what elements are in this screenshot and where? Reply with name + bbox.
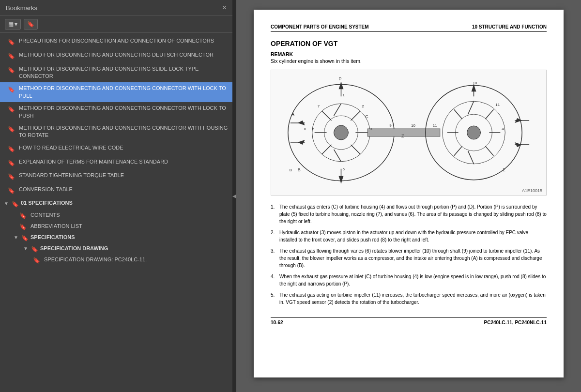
bookmark-icon: 🔖 (8, 159, 15, 167)
svg-text:8: 8 (304, 127, 306, 131)
bookmarks-title: Bookmarks (6, 4, 37, 12)
pdf-remark-text: Six cylinder engine is shown in this ite… (271, 58, 547, 64)
svg-text:B: B (298, 167, 301, 172)
list-item-3: 3. The exhaust gas flowing through vanes… (271, 247, 547, 269)
svg-text:3: 3 (370, 127, 372, 131)
bookmarks-panel: Bookmarks × ▦ ▾ 🔖 🔖 PRECAUTIONS FOR DISC… (0, 0, 232, 392)
svg-text:C: C (365, 114, 368, 119)
diagram-caption: A1E10015 (522, 188, 542, 193)
svg-text:11: 11 (495, 103, 500, 107)
engine-vgt-diagram: A B C Z Z P 1 2 3 5 6 7 8 B 10 11 4 (271, 75, 546, 191)
bookmark-item-precautions[interactable]: 🔖 PRECAUTIONS FOR DISCONNECTION AND CONN… (0, 35, 232, 49)
list-item-5: 5. The exhaust gas acting on turbine imp… (271, 291, 547, 306)
list-item-1: 1. The exhaust gas enters (C) of turbine… (271, 203, 547, 225)
bookmarks-list[interactable]: 🔖 PRECAUTIONS FOR DISCONNECTION AND CONN… (0, 33, 232, 392)
svg-line-21 (468, 151, 474, 164)
bookmark-icon: 🔖 (8, 66, 15, 75)
subsubsection-specification-drawing[interactable]: ▼ 🔖 SPECIFICATION DRAWING (0, 243, 232, 255)
svg-point-16 (467, 126, 481, 139)
pdf-remark-label: REMARK (271, 51, 547, 57)
bookmark-icon: 🔖 (21, 235, 29, 241)
pdf-page-footer: 10-62 PC240LC-11, PC240NLC-11 (271, 317, 547, 325)
svg-text:4: 4 (502, 127, 504, 131)
list-item-4: 4. When the exhaust gas pressure at inle… (271, 273, 547, 287)
bookmark-item-housing-rotate[interactable]: 🔖 METHOD FOR DISCONNECTING AND CONNECTIN… (0, 122, 232, 142)
grid-icon: ▦ (8, 21, 14, 28)
svg-text:1: 1 (342, 93, 345, 97)
svg-text:10: 10 (473, 81, 477, 85)
bookmark-label: ABBREVIATION LIST (31, 223, 229, 229)
svg-line-9 (322, 145, 332, 154)
svg-text:9: 9 (389, 123, 392, 128)
bookmark-item-slide-lock[interactable]: 🔖 METHOD FOR DISCONNECTING AND CONNECTIN… (0, 63, 232, 83)
svg-text:2: 2 (362, 104, 364, 108)
bookmark-icon: 🔖 (8, 173, 15, 181)
svg-text:B: B (290, 168, 292, 172)
bookmark-label: HOW TO READ ELECTRICAL WIRE CODE (19, 144, 229, 151)
new-bookmark-button[interactable]: 🔖 (24, 19, 38, 30)
list-item-2: 2. Hydraulic actuator (3) moves piston i… (271, 229, 547, 243)
bookmark-add-icon: 🔖 (27, 21, 34, 28)
bookmark-label: CONTENTS (31, 212, 229, 218)
bookmarks-header-left: Bookmarks (6, 4, 37, 12)
bookmark-item-lock-push[interactable]: 🔖 METHOD FOR DISCONNECTING AND CONNECTIN… (0, 102, 232, 122)
svg-line-5 (351, 111, 360, 121)
close-button[interactable]: × (222, 4, 227, 12)
pdf-section-title: OPERATION OF VGT (271, 40, 547, 47)
bookmark-item-lock-pull[interactable]: 🔖 METHOD FOR DISCONNECTING AND CONNECTIN… (0, 82, 232, 102)
bookmark-icon: 🔖 (19, 212, 27, 219)
svg-point-3 (334, 125, 349, 140)
pdf-footer-model-number: PC240LC-11, PC240NLC-11 (484, 320, 547, 325)
bookmark-item-wire-code[interactable]: 🔖 HOW TO READ ELECTRICAL WIRE CODE (0, 142, 232, 156)
svg-line-20 (485, 146, 493, 156)
pdf-panel: COMPONENT PARTS OF ENGINE SYSTEM 10 STRU… (236, 0, 581, 392)
bookmark-item-explanation[interactable]: 🔖 EXPLANATION OF TERMS FOR MAINTENANCE S… (0, 156, 232, 170)
view-options-button[interactable]: ▦ ▾ (5, 19, 21, 30)
bookmark-item-abbreviation[interactable]: 🔖 ABBREVIATION LIST (0, 221, 232, 232)
pdf-diagram-box: A B C Z Z P 1 2 3 5 6 7 8 B 10 11 4 (271, 70, 547, 196)
bookmark-icon: 🔖 (8, 125, 15, 134)
svg-text:11: 11 (433, 123, 437, 128)
svg-line-24 (454, 109, 462, 119)
pdf-page-header: COMPONENT PARTS OF ENGINE SYSTEM 10 STRU… (271, 24, 547, 32)
svg-line-7 (351, 145, 360, 154)
bookmark-icon: 🔖 (8, 145, 15, 153)
subsubsection-label: SPECIFICATION DRAWING (40, 245, 229, 251)
bookmark-icon: 🔖 (19, 224, 27, 230)
bookmarks-header: Bookmarks × (0, 0, 232, 16)
bookmark-icon: 🔖 (31, 246, 38, 253)
pdf-footer-page-number: 10-62 (271, 320, 283, 325)
bookmark-item-conversion[interactable]: 🔖 CONVERSION TABLE (0, 183, 232, 197)
bookmark-item-spec-drawing-pc240[interactable]: 🔖 SPECIFICATION DRAWING: PC240LC-11, (0, 255, 232, 266)
dropdown-arrow-icon: ▾ (15, 21, 17, 28)
collapse-toggle-icon: ▼ (14, 235, 19, 240)
bookmark-icon: 🔖 (8, 187, 15, 195)
svg-line-8 (334, 150, 341, 162)
bookmark-icon: 🔖 (8, 38, 15, 46)
pdf-page: COMPONENT PARTS OF ENGINE SYSTEM 10 STRU… (254, 10, 564, 377)
svg-line-18 (485, 109, 493, 119)
bookmark-label: METHOD FOR DISCONNECTING AND CONNECTING … (19, 51, 229, 59)
bookmark-label: PRECAUTIONS FOR DISCONNECTION AND CONNEC… (19, 37, 229, 45)
subsection-specifications[interactable]: ▼ 🔖 SPECIFICATIONS (0, 232, 232, 243)
bookmark-item-contents[interactable]: 🔖 CONTENTS (0, 210, 232, 221)
pdf-numbered-list: 1. The exhaust gas enters (C) of turbine… (271, 203, 547, 306)
collapse-toggle-icon: ▼ (4, 201, 10, 206)
bookmark-item-torque-table[interactable]: 🔖 STANDARD TIGHTENING TORQUE TABLE (0, 169, 232, 183)
svg-text:A: A (291, 112, 295, 117)
bookmark-label: METHOD FOR DISCONNECTING AND CONNECTING … (19, 85, 229, 100)
bookmark-label: EXPLANATION OF TERMS FOR MAINTENANCE STA… (19, 158, 229, 166)
bookmark-label: METHOD FOR DISCONNECTING AND CONNECTING … (19, 105, 229, 120)
bookmark-item-deutsch[interactable]: 🔖 METHOD FOR DISCONNECTING AND CONNECTIN… (0, 49, 232, 63)
bookmark-label: SPECIFICATION DRAWING: PC240LC-11, (44, 256, 229, 262)
svg-text:5: 5 (342, 167, 345, 171)
pdf-header-right-text: 10 STRUCTURE AND FUNCTION (472, 24, 547, 30)
bookmark-icon: 🔖 (8, 106, 15, 114)
section-01-specifications[interactable]: ▼ 🔖 01 SPECIFICATIONS (0, 197, 232, 210)
subsection-label: SPECIFICATIONS (31, 234, 229, 240)
bookmark-label: CONVERSION TABLE (19, 186, 229, 193)
panel-divider[interactable]: ◀ (232, 0, 236, 392)
svg-line-11 (322, 111, 332, 121)
svg-line-4 (334, 104, 341, 116)
svg-line-17 (468, 101, 474, 114)
